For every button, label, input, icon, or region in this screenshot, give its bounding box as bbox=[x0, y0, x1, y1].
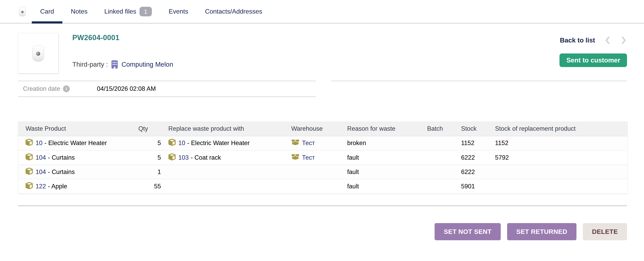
tab-card-label: Card bbox=[40, 8, 54, 15]
product-waste-card-page: Card Notes Linked files 1 Events Contact… bbox=[0, 0, 644, 261]
product-label: - Curtains bbox=[48, 168, 75, 176]
creation-date-row: Creation date i 04/15/2026 02:08 AM bbox=[18, 81, 316, 97]
product-icon bbox=[26, 182, 33, 191]
table-row: 122 - Apple 55 fault 5901 bbox=[18, 179, 628, 194]
building-icon bbox=[112, 60, 119, 69]
product-label: - Apple bbox=[48, 183, 67, 190]
tab-events[interactable]: Events bbox=[160, 0, 196, 23]
col-header-warehouse: Warehouse bbox=[284, 122, 340, 136]
creation-date-label: Creation date bbox=[23, 85, 60, 92]
product-icon bbox=[168, 139, 176, 147]
set-returned-button[interactable]: SET RETURNED bbox=[507, 223, 576, 240]
creation-date-value: 04/15/2026 02:08 AM bbox=[97, 85, 156, 92]
object-ref: PW2604-0001 bbox=[72, 33, 173, 42]
replacement-product-ref-link[interactable]: 103 bbox=[178, 154, 189, 161]
col-header-reason: Reason for waste bbox=[340, 122, 420, 136]
info-icon: i bbox=[63, 85, 70, 92]
field-columns: Creation date i 04/15/2026 02:08 AM bbox=[18, 81, 627, 97]
warehouse-icon bbox=[291, 139, 299, 147]
product-ref-link[interactable]: 122 bbox=[36, 183, 46, 190]
col-header-stock: Stock bbox=[454, 122, 488, 136]
table-row: 104 - Curtains 5 103 - Coat rack Тест bbox=[18, 150, 628, 165]
third-party-link[interactable]: Computing Melon bbox=[122, 61, 173, 68]
qty-cell: 5 bbox=[131, 136, 161, 150]
warehouse-link[interactable]: Тест bbox=[302, 139, 315, 147]
creation-date-label-wrap: Creation date i bbox=[18, 85, 97, 92]
next-record-icon[interactable] bbox=[620, 36, 627, 45]
product-label: - Electric Water Heater bbox=[44, 139, 107, 147]
third-party-line: Third-party : Computing Melon bbox=[72, 60, 173, 69]
replacement-stock-cell bbox=[488, 179, 628, 194]
col-header-qty: Qty bbox=[131, 122, 161, 136]
tab-linked-files[interactable]: Linked files 1 bbox=[96, 0, 160, 23]
tab-card[interactable]: Card bbox=[32, 0, 62, 23]
product-label: - Curtains bbox=[48, 154, 75, 161]
product-icon bbox=[168, 153, 176, 162]
table-header-row: Waste Product Qty Replace waste product … bbox=[18, 122, 628, 136]
reason-cell: fault bbox=[340, 165, 420, 179]
batch-cell bbox=[420, 179, 454, 194]
third-party-label: Third-party : bbox=[72, 61, 108, 68]
product-photo[interactable] bbox=[18, 33, 58, 73]
replacement-stock-cell: 5792 bbox=[488, 150, 628, 165]
product-photo-image bbox=[32, 45, 44, 61]
object-thumbnail-icon bbox=[19, 0, 26, 23]
set-not-sent-button[interactable]: SET NOT SENT bbox=[434, 223, 501, 240]
field-column-right bbox=[331, 81, 627, 81]
previous-record-icon[interactable] bbox=[604, 36, 611, 45]
warehouse-icon bbox=[291, 154, 299, 162]
section-divider bbox=[18, 205, 627, 206]
warehouse-link[interactable]: Тест bbox=[302, 154, 315, 161]
batch-cell bbox=[420, 136, 454, 150]
card-header-main: PW2604-0001 Third-party : Computing Melo… bbox=[72, 33, 173, 73]
stock-cell: 5901 bbox=[454, 179, 488, 194]
reason-cell: broken bbox=[340, 136, 420, 150]
stock-cell: 6222 bbox=[454, 150, 488, 165]
product-ref-link[interactable]: 104 bbox=[36, 168, 46, 176]
tab-linked-files-label: Linked files bbox=[104, 8, 136, 15]
table-row: 10 - Electric Water Heater 5 10 - Electr… bbox=[18, 136, 628, 150]
tab-events-label: Events bbox=[169, 8, 188, 15]
qty-cell: 5 bbox=[131, 150, 161, 165]
reason-cell: fault bbox=[340, 179, 420, 194]
tab-notes[interactable]: Notes bbox=[62, 0, 96, 23]
replacement-product-label: - Electric Water Heater bbox=[187, 139, 250, 147]
col-header-replace-with: Replace waste product with bbox=[161, 122, 284, 136]
replacement-product-ref-link[interactable]: 10 bbox=[178, 139, 185, 147]
card-header-right: Back to list Sent to customer bbox=[560, 33, 627, 73]
batch-cell bbox=[420, 150, 454, 165]
product-ref-link[interactable]: 10 bbox=[36, 139, 42, 147]
waste-lines-table: Waste Product Qty Replace waste product … bbox=[18, 122, 628, 194]
replacement-product-label: - Coat rack bbox=[190, 154, 221, 161]
stock-cell: 1152 bbox=[454, 136, 488, 150]
reason-cell: fault bbox=[340, 150, 420, 165]
col-header-replacement-stock: Stock of replacement product bbox=[488, 122, 628, 136]
replacement-stock-cell: 1152 bbox=[488, 136, 628, 150]
linked-files-count-badge: 1 bbox=[140, 7, 152, 16]
product-ref-link[interactable]: 104 bbox=[36, 154, 46, 161]
stock-cell: 6222 bbox=[454, 165, 488, 179]
tab-contacts-addresses-label: Contacts/Addresses bbox=[205, 8, 262, 15]
product-icon bbox=[26, 153, 33, 162]
replacement-stock-cell bbox=[488, 165, 628, 179]
action-button-bar: SET NOT SENT SET RETURNED DELETE bbox=[0, 223, 627, 240]
back-to-list-link[interactable]: Back to list bbox=[560, 36, 595, 44]
field-column-left: Creation date i 04/15/2026 02:08 AM bbox=[18, 81, 316, 97]
delete-button[interactable]: DELETE bbox=[583, 223, 627, 240]
qty-cell: 55 bbox=[131, 179, 161, 194]
status-badge: Sent to customer bbox=[560, 53, 627, 67]
product-photo-mini-icon bbox=[19, 7, 26, 16]
col-header-waste-product: Waste Product bbox=[18, 122, 131, 136]
record-navigation: Back to list bbox=[560, 36, 627, 45]
col-header-batch: Batch bbox=[420, 122, 454, 136]
card-header: PW2604-0001 Third-party : Computing Melo… bbox=[18, 33, 627, 73]
qty-cell: 1 bbox=[131, 165, 161, 179]
table-row: 104 - Curtains 1 fault 6222 bbox=[18, 165, 628, 179]
product-icon bbox=[26, 139, 33, 147]
product-icon bbox=[26, 168, 33, 176]
tab-notes-label: Notes bbox=[71, 8, 88, 15]
batch-cell bbox=[420, 165, 454, 179]
tab-contacts-addresses[interactable]: Contacts/Addresses bbox=[196, 0, 270, 23]
tab-bar: Card Notes Linked files 1 Events Contact… bbox=[0, 0, 644, 23]
